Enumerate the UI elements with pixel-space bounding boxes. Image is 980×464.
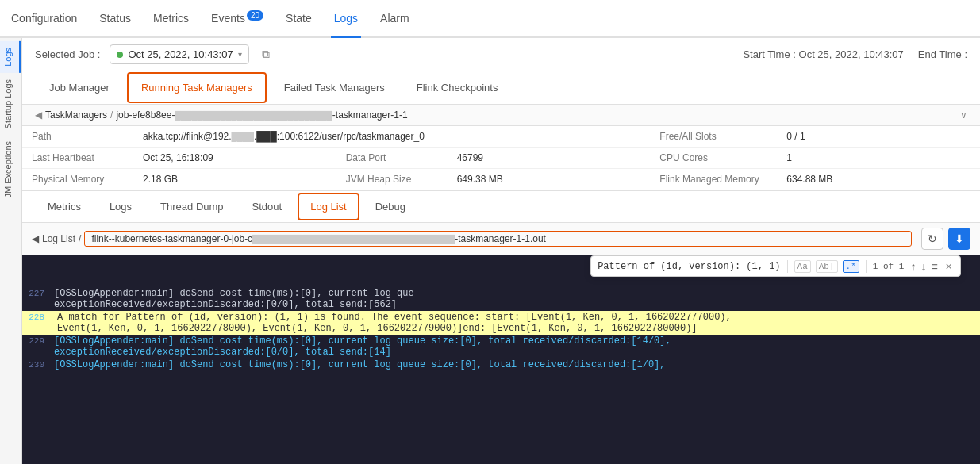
search-nav: ↑ ↓ ≡ <box>909 260 939 273</box>
log-line-230: 230[OSSLogAppender:main] doSend cost tim… <box>22 359 980 373</box>
heartbeat-val: Oct 25, 16:18:09 <box>133 148 336 169</box>
top-nav-item-logs[interactable]: Logs <box>331 1 361 38</box>
top-nav: ConfigurationStatusMetricsEvents20StateL… <box>0 0 980 38</box>
log-path-back-icon[interactable]: ◀ <box>32 233 39 244</box>
left-label-list: LogsStartup LogsJM Exceptions <box>0 41 21 205</box>
search-opt-aa[interactable]: Aa <box>794 260 811 273</box>
log-line-number: 229 <box>22 336 54 346</box>
free-slots-key: Free/All Slots <box>650 126 777 148</box>
log-line-text: [OSSLogAppender:main] doSend cost time(m… <box>54 288 980 310</box>
top-nav-item-configuration[interactable]: Configuration <box>8 1 80 38</box>
sub-tab-running-task-managers[interactable]: Running Task Managers <box>127 72 267 103</box>
log-tab-debug[interactable]: Debug <box>363 193 418 220</box>
log-line-text: [OSSLogAppender:main] doSend cost time(m… <box>54 359 980 370</box>
top-nav-item-state[interactable]: State <box>282 1 315 38</box>
log-tab-logs[interactable]: Logs <box>97 193 144 220</box>
log-line-number: 227 <box>22 288 54 298</box>
sub-tab-failed-task-managers[interactable]: Failed Task Managers <box>270 72 399 103</box>
chevron-down-icon: ▾ <box>238 50 242 59</box>
log-path-prefix: Log List <box>42 233 75 244</box>
end-time-label: End Time : <box>918 48 967 60</box>
copy-icon[interactable]: ⧉ <box>262 48 270 61</box>
search-opt-regex[interactable]: .* <box>843 260 859 273</box>
left-label-startup-logs[interactable]: Startup Logs <box>0 73 21 135</box>
log-tab-log-list[interactable]: Log List <box>298 193 359 220</box>
sub-tab-job-manager[interactable]: Job Manager <box>35 72 124 103</box>
top-nav-item-metrics[interactable]: Metrics <box>150 1 192 38</box>
log-tab-metrics[interactable]: Metrics <box>35 193 94 220</box>
time-info: Start Time : Oct 25, 2022, 10:43:07 End … <box>743 48 967 60</box>
search-menu-button[interactable]: ≡ <box>929 260 939 273</box>
cpu-key: CPU Cores <box>650 148 777 169</box>
free-slots-val: 0 / 1 <box>777 126 980 148</box>
breadcrumb-taskmanagers[interactable]: TaskManagers <box>45 109 107 121</box>
search-label: Pattern of (id, version): (1, 1) <box>598 261 780 272</box>
log-line-229: 229[OSSLogAppender:main] doSend cost tim… <box>22 335 980 359</box>
log-path-bar: ◀ Log List / flink--kubernetes-taskmanag… <box>22 223 980 255</box>
top-nav-item-events[interactable]: Events20 <box>208 1 267 38</box>
breadcrumb-separator: / <box>110 109 113 121</box>
sub-tab-flink-checkpoints[interactable]: Flink Checkpoints <box>402 72 513 103</box>
dataport-key: Data Port <box>336 148 448 169</box>
log-line-number: 228 <box>22 312 54 322</box>
top-nav-item-status[interactable]: Status <box>96 1 134 38</box>
path-val: akka.tcp://flink@192.████.███:100:6122/u… <box>133 126 650 148</box>
job-status-dot <box>117 52 123 58</box>
flink-mem-val: 634.88 MB <box>777 169 980 190</box>
heartbeat-key: Last Heartbeat <box>22 148 133 169</box>
log-tab-stdout[interactable]: Stdout <box>240 193 295 220</box>
selected-job-label: Selected Job : <box>35 48 100 60</box>
left-label-jm-exceptions[interactable]: JM Exceptions <box>0 135 21 205</box>
sub-tabs: Job ManagerRunning Task ManagersFailed T… <box>22 71 980 105</box>
job-bar: Selected Job : Oct 25, 2022, 10:43:07 ▾ … <box>22 38 980 71</box>
search-close-button[interactable]: ✕ <box>944 259 954 273</box>
log-path-actions: ↻ ⬇ <box>921 228 970 250</box>
flink-mem-key: Flink Managed Memory <box>650 169 777 190</box>
log-tab-thread-dump[interactable]: Thread Dump <box>148 193 236 220</box>
log-line-number: 230 <box>22 359 54 370</box>
nav-badge: 20 <box>247 10 263 21</box>
breadcrumb-back-icon[interactable]: ◀ <box>35 109 42 121</box>
physical-mem-val: 2.18 GB <box>133 169 336 190</box>
top-nav-item-alarm[interactable]: Alarm <box>377 1 413 38</box>
nav-container: ConfigurationStatusMetricsEvents20StateL… <box>8 1 413 36</box>
left-label-logs[interactable]: Logs <box>0 41 21 73</box>
log-line-227: 227[OSSLogAppender:main] doSend cost tim… <box>22 287 980 311</box>
expand-icon[interactable]: ∨ <box>960 109 967 121</box>
breadcrumb-taskmanager-id: job-efe8b8ee-███████████████████████████… <box>116 109 407 121</box>
download-button[interactable]: ⬇ <box>948 228 970 250</box>
search-opt-ab[interactable]: Ab| <box>816 260 838 273</box>
job-time: Oct 25, 2022, 10:43:07 <box>128 48 233 60</box>
left-sidebar: LogsStartup LogsJM Exceptions <box>0 38 22 464</box>
start-time-value: Oct 25, 2022, 10:43:07 <box>799 48 904 60</box>
log-line-text: [OSSLogAppender:main] doSend cost time(m… <box>54 336 980 358</box>
log-tabs: MetricsLogsThread DumpStdoutLog ListDebu… <box>22 191 980 223</box>
cpu-val: 1 <box>777 148 980 169</box>
info-grid: Path akka.tcp://flink@192.████.███:100:6… <box>22 126 980 191</box>
main-layout: LogsStartup LogsJM Exceptions Selected J… <box>0 38 980 464</box>
jvm-heap-val: 649.38 MB <box>448 169 651 190</box>
physical-mem-key: Physical Memory <box>22 169 133 190</box>
jvm-heap-key: JVM Heap Size <box>336 169 448 190</box>
dataport-val: 46799 <box>448 148 651 169</box>
path-key: Path <box>22 126 133 148</box>
job-selector[interactable]: Oct 25, 2022, 10:43:07 ▾ <box>110 44 248 64</box>
search-up-button[interactable]: ↑ <box>909 260 917 273</box>
search-down-button[interactable]: ↓ <box>919 260 928 273</box>
log-path-separator: / <box>79 233 81 244</box>
log-line-text: A match for Pattern of (id, version): (1… <box>54 312 980 334</box>
log-line-228: 228A match for Pattern of (id, version):… <box>22 311 980 335</box>
search-overlay: Pattern of (id, version): (1, 1) Aa Ab| … <box>590 255 961 277</box>
start-time-label: Start Time : <box>743 48 795 60</box>
search-count: 1 of 1 <box>873 262 905 271</box>
breadcrumb-bar: ◀ TaskManagers / job-efe8b8ee-██████████… <box>22 105 980 126</box>
log-path-value: flink--kubernetes-taskmanager-0-job-c███… <box>84 231 912 247</box>
log-content[interactable]: Pattern of (id, version): (1, 1) Aa Ab| … <box>22 255 980 464</box>
main-content: Selected Job : Oct 25, 2022, 10:43:07 ▾ … <box>22 38 980 464</box>
refresh-button[interactable]: ↻ <box>921 228 943 250</box>
